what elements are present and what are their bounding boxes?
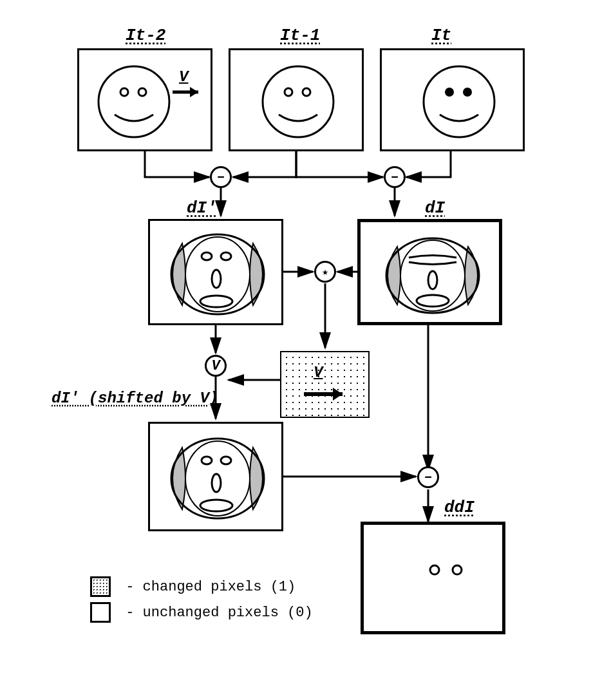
legend-swatch-unchanged <box>90 602 111 623</box>
op-minus-left-sym: – <box>216 169 225 185</box>
legend-swatch-changed <box>90 576 111 597</box>
legend-text-unchanged: - unchanged pixels (0) <box>126 605 312 621</box>
legend-row-unchanged: - unchanged pixels (0) <box>90 602 313 623</box>
legend-row-changed: - changed pixels (1) <box>90 576 296 597</box>
svg-point-29 <box>430 565 439 574</box>
op-minus-bottom-sym: – <box>424 469 432 486</box>
op-star: ★ <box>314 261 336 283</box>
ddI-content <box>364 525 509 638</box>
op-minus-right: – <box>384 166 406 188</box>
svg-point-30 <box>453 565 462 574</box>
diagram-container: It-2 It-1 It V <box>64 26 554 670</box>
op-minus-right-sym: – <box>390 169 399 185</box>
shifted-to-minus <box>64 26 554 541</box>
op-v-sym: V <box>211 358 220 374</box>
op-star-sym: ★ <box>322 265 328 278</box>
legend-text-changed: - changed pixels (1) <box>126 579 296 595</box>
op-minus-bottom: – <box>417 466 439 488</box>
op-v: V <box>205 355 227 377</box>
op-minus-left: – <box>210 166 232 188</box>
